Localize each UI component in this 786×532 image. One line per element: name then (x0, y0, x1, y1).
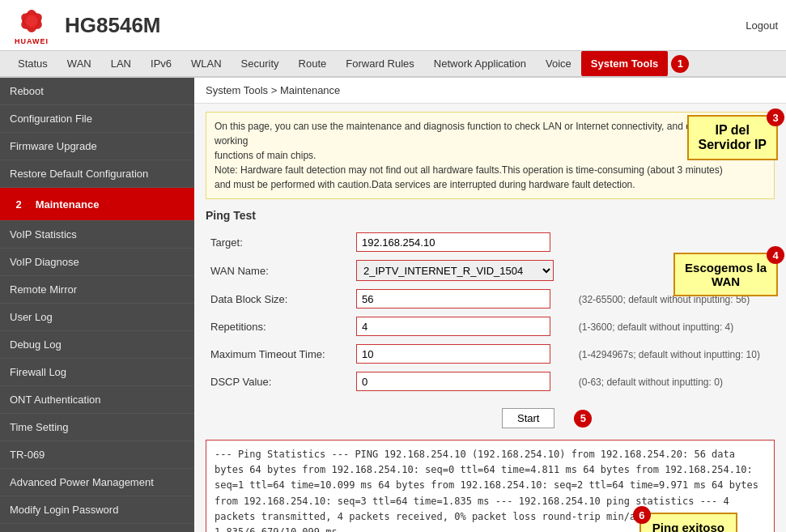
wan-select[interactable]: 2_IPTV_INTERNET_R_VID_1504 2_INTERNET_R_… (356, 260, 554, 281)
dscp-hint: (0-63; default without inputting: 0) (579, 377, 723, 388)
info-line3: Note: Hardware fault detection may not f… (215, 164, 723, 176)
sidebar-item-power-mgmt[interactable]: Advanced Power Management (0, 469, 194, 496)
breadcrumb: System Tools > Maintenance (194, 78, 786, 104)
wan-label: WAN Name: (206, 256, 351, 285)
start-row: Start 5 (340, 402, 775, 435)
nav-lan[interactable]: LAN (101, 51, 141, 76)
header-left: HUAWEI HG8546M (8, 5, 161, 45)
sidebar-item-tr069[interactable]: TR-069 (0, 441, 194, 469)
nav-wlan[interactable]: WLAN (181, 51, 232, 76)
sidebar-item-time-setting[interactable]: Time Setting (0, 414, 194, 441)
annotation-wan-label: 4 Escogemos laWAN (673, 253, 778, 296)
sidebar-item-maintenance[interactable]: 2 Maintenance (0, 188, 194, 221)
nav-security[interactable]: Security (232, 51, 289, 76)
sidebar-item-modify-login[interactable]: Modify Login Password (0, 496, 194, 524)
ping-test-title: Ping Test (206, 209, 775, 222)
nav-status[interactable]: Status (8, 51, 57, 76)
start-button[interactable]: Start (502, 408, 554, 428)
sidebar-item-voip-diagnose[interactable]: VoIP Diagnose (0, 249, 194, 276)
timeout-row: Maximum Timeout Time: (1-4294967s; defau… (206, 340, 775, 368)
ping-form-table: Target: WAN Name: 2_IPTV_INTERNET_R_VID_… (206, 228, 775, 395)
rep-hint: (1-3600; default without inputting: 4) (579, 321, 733, 333)
target-input[interactable] (356, 232, 550, 252)
nav-forward-rules[interactable]: Forward Rules (336, 51, 424, 76)
annotation-circle-5: 5 (574, 410, 592, 428)
sidebar-item-voip-stats[interactable]: VoIP Statistics (0, 221, 194, 249)
sidebar-item-channel-stats[interactable]: Intelligent Channel Statistics (0, 524, 194, 532)
annotation-circle-6: 6 (633, 506, 651, 524)
dscp-label: DSCP Value: (206, 368, 351, 395)
info-line2: functions of main chips. (215, 150, 316, 161)
navbar: Status WAN LAN IPv6 WLAN Security Route … (0, 51, 786, 78)
sidebar-item-user-log[interactable]: User Log (0, 304, 194, 331)
sidebar-item-firmware[interactable]: Firmware Upgrade (0, 133, 194, 160)
header: HUAWEI HG8546M Logout (0, 0, 786, 51)
wan-row: WAN Name: 2_IPTV_INTERNET_R_VID_1504 2_I… (206, 256, 775, 285)
ping-form-wrapper: Target: WAN Name: 2_IPTV_INTERNET_R_VID_… (194, 228, 786, 395)
nav-voice[interactable]: Voice (536, 51, 581, 76)
ping-output-wrapper: --- Ping Statistics --- PING 192.168.254… (194, 440, 786, 532)
block-input[interactable] (356, 289, 550, 309)
annotation-circle-2: 2 (10, 195, 28, 213)
sidebar-item-remote-mirror[interactable]: Remote Mirror (0, 276, 194, 304)
timeout-label: Maximum Timeout Time: (206, 340, 351, 368)
sidebar-item-config-file[interactable]: Configuration File (0, 105, 194, 133)
info-line4: and must be performed with caution.Data … (215, 179, 635, 190)
dscp-input[interactable] (356, 372, 550, 391)
huawei-brand-text: HUAWEI (15, 37, 49, 45)
annotation-circle-3: 3 (767, 109, 784, 126)
timeout-hint: (1-4294967s; default without inputting: … (579, 349, 760, 360)
nav-route[interactable]: Route (289, 51, 337, 76)
sidebar-item-debug-log[interactable]: Debug Log (0, 331, 194, 359)
dscp-row: DSCP Value: (0-63; default without input… (206, 368, 775, 395)
timeout-input[interactable] (356, 344, 550, 364)
rep-row: Repetitions: (1-3600; default without in… (206, 313, 775, 340)
huawei-logo: HUAWEI (8, 5, 55, 45)
annotation-ping-label: 6 Ping exitoso (639, 513, 737, 532)
product-title: HG8546M (65, 13, 161, 38)
annotation-circle-4: 4 (767, 246, 784, 264)
target-label: Target: (206, 228, 351, 256)
nav-system-tools[interactable]: System Tools (581, 51, 669, 76)
nav-wan[interactable]: WAN (57, 51, 101, 76)
nav-ipv6[interactable]: IPv6 (141, 51, 181, 76)
sidebar-item-firewall-log[interactable]: Firewall Log (0, 359, 194, 386)
sidebar: Reboot Configuration File Firmware Upgra… (0, 78, 194, 532)
info-section: On this page, you can use the maintenanc… (194, 112, 786, 199)
rep-label: Repetitions: (206, 313, 351, 340)
sidebar-item-ont-auth[interactable]: ONT Authentication (0, 386, 194, 414)
target-row: Target: (206, 228, 775, 256)
rep-input[interactable] (356, 317, 550, 336)
annotation-circle-1: 1 (671, 55, 689, 73)
logout-button[interactable]: Logout (746, 19, 778, 32)
sidebar-item-restore[interactable]: Restore Default Configuration (0, 160, 194, 188)
annotation-ip-label: 3 IP delServidor IP (687, 115, 778, 160)
nav-network-app[interactable]: Network Application (424, 51, 536, 76)
content-area: System Tools > Maintenance On this page,… (194, 78, 786, 532)
sidebar-item-reboot[interactable]: Reboot (0, 78, 194, 105)
info-line1: On this page, you can use the maintenanc… (215, 121, 741, 147)
main-layout: Reboot Configuration File Firmware Upgra… (0, 78, 786, 532)
block-label: Data Block Size: (206, 285, 351, 313)
